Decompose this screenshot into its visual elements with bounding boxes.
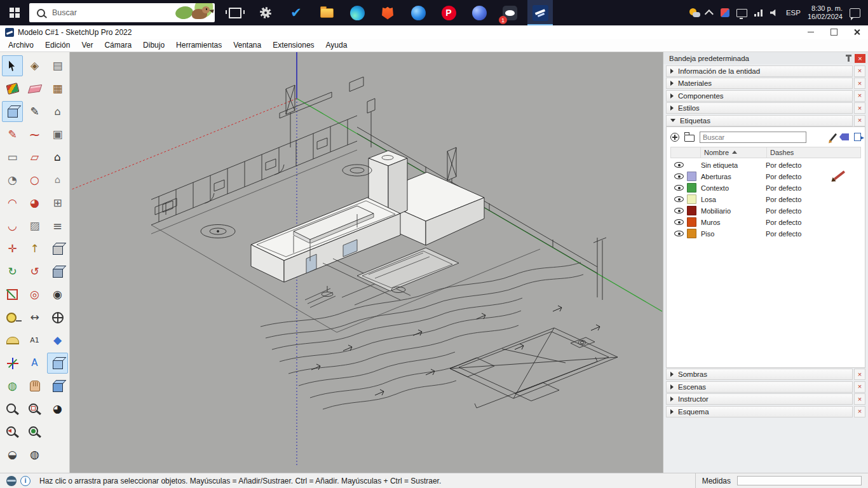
polygon-tool[interactable]: ○: [24, 170, 45, 191]
tray-app-icon[interactable]: [721, 8, 729, 17]
line-tool[interactable]: ✎: [24, 101, 45, 122]
edit-pencil-icon[interactable]: [830, 133, 837, 141]
gem-tool[interactable]: ◆: [47, 330, 68, 351]
visibility-eye-icon[interactable]: [674, 185, 684, 191]
visibility-eye-icon[interactable]: [674, 231, 684, 236]
scale-tool[interactable]: [2, 284, 23, 305]
tag-row-losa[interactable]: LosaPor defecto: [670, 194, 861, 205]
pin-icon[interactable]: [848, 55, 850, 62]
close-etiquetas-button[interactable]: [854, 115, 865, 126]
details-icon[interactable]: [854, 133, 861, 141]
close-escenas-button[interactable]: [854, 381, 865, 393]
arc-tool[interactable]: ◠: [2, 193, 23, 214]
tag-dashes[interactable]: Por defecto: [766, 230, 861, 238]
section-instructor[interactable]: Instructor: [666, 393, 853, 405]
info-icon[interactable]: [20, 476, 31, 486]
tag-color-swatch[interactable]: [687, 172, 696, 181]
hatch-tool[interactable]: ▨: [24, 215, 45, 236]
tag-dashes[interactable]: Por defecto: [766, 207, 861, 215]
tag-dashes[interactable]: Por defecto: [766, 173, 861, 180]
home-tool[interactable]: ⌂: [47, 101, 68, 122]
select-tool[interactable]: [2, 55, 23, 76]
column-nombre[interactable]: Nombre: [700, 147, 766, 158]
network-icon[interactable]: [754, 10, 763, 17]
visibility-eye-icon[interactable]: [674, 173, 684, 179]
menu-dibujo[interactable]: Dibujo: [137, 41, 170, 50]
zoom-previous-tool[interactable]: [2, 421, 23, 442]
close-button[interactable]: [845, 25, 868, 39]
add-tag-button[interactable]: [670, 133, 679, 142]
close-estilos-button[interactable]: [854, 102, 865, 114]
layers-stack-tool[interactable]: ≡: [47, 215, 68, 236]
blue-cube-2-tool[interactable]: [47, 376, 68, 396]
push-pull-tool[interactable]: ↑: [24, 238, 45, 259]
tag-row-mobiliario[interactable]: MobiliarioPor defecto: [670, 205, 861, 217]
crate-tool[interactable]: ▦: [47, 78, 68, 99]
dimension-tool[interactable]: ↔: [24, 307, 45, 328]
section-escenas[interactable]: Escenas: [666, 381, 853, 393]
push-pull-box-tool[interactable]: [2, 101, 23, 122]
minimize-button[interactable]: [799, 25, 822, 39]
tag-color-swatch[interactable]: [687, 229, 696, 238]
clock[interactable]: 8:30 p. m. 16/02/2024: [808, 4, 843, 21]
move-tool[interactable]: ✛: [2, 238, 23, 259]
pan-tool[interactable]: [24, 376, 45, 396]
pencil-tool[interactable]: ✎: [2, 124, 23, 145]
pie-tool[interactable]: ◕: [24, 193, 45, 214]
pinterest-taskbar-button[interactable]: P: [436, 0, 461, 25]
section-etiquetas[interactable]: Etiquetas: [666, 115, 853, 126]
tape-measure-tool[interactable]: [2, 307, 23, 328]
maximize-button[interactable]: [822, 25, 845, 39]
globe-tool-tool[interactable]: ◉: [47, 284, 68, 305]
tag-dashes[interactable]: Por defecto: [766, 161, 861, 169]
look-around-tool[interactable]: ◍: [24, 444, 45, 465]
sketchup-taskbar-button[interactable]: [527, 0, 553, 25]
tag-color-swatch[interactable]: [687, 183, 696, 193]
discord-taskbar-button[interactable]: 1: [497, 0, 522, 25]
steel-box-tool[interactable]: [47, 261, 68, 282]
section-sombras[interactable]: Sombras: [666, 369, 853, 380]
freehand-tool[interactable]: ~: [24, 124, 45, 145]
add-tag-folder-button[interactable]: [684, 135, 695, 142]
section-estilos[interactable]: Estilos: [666, 102, 853, 114]
tag-icon[interactable]: [839, 133, 849, 140]
taskbar-search[interactable]: [29, 3, 215, 22]
file-explorer-taskbar-button[interactable]: [314, 0, 339, 25]
tags-search-input[interactable]: [700, 132, 806, 143]
visibility-eye-icon[interactable]: [674, 162, 684, 168]
shed-tool[interactable]: ⌂: [47, 170, 68, 191]
close-esquema-button[interactable]: [854, 406, 865, 417]
cabinet-tool[interactable]: ▤: [47, 55, 68, 76]
rectangle-tool[interactable]: ▭: [2, 147, 23, 168]
tag-row-sin-etiqueta[interactable]: Sin etiquetaPor defecto: [670, 159, 861, 171]
tag-color-swatch[interactable]: [687, 206, 696, 215]
hidden-icons-chevron[interactable]: [705, 10, 714, 18]
zoom-tool[interactable]: [2, 398, 23, 419]
3d-text-tool[interactable]: A: [24, 353, 45, 374]
components-tool[interactable]: ⊞: [47, 193, 68, 214]
house-outline-tool[interactable]: ⌂: [47, 147, 68, 168]
settings-taskbar-button[interactable]: [253, 0, 278, 25]
tray-close-button[interactable]: [855, 54, 865, 63]
orbit-tool[interactable]: ◍: [2, 376, 23, 396]
rotated-rectangle-tool[interactable]: ▱: [24, 147, 45, 168]
section-informacion-de-la-entidad[interactable]: Información de la entidad: [666, 65, 853, 77]
close-instructor-button[interactable]: [854, 393, 865, 405]
follow-me-tool[interactable]: ↺: [24, 261, 45, 282]
section-esquema[interactable]: Esquema: [666, 406, 853, 417]
menu-ayuda[interactable]: Ayuda: [320, 41, 353, 50]
menu-edicion[interactable]: Edición: [39, 41, 76, 50]
eraser-tool[interactable]: [24, 78, 45, 99]
weather-icon[interactable]: [689, 8, 700, 17]
text-tool[interactable]: A1: [24, 330, 45, 351]
menu-extensiones[interactable]: Extensiones: [267, 41, 320, 50]
tag-row-piso[interactable]: PisoPor defecto: [670, 228, 861, 240]
offset-tool[interactable]: ◎: [24, 284, 45, 305]
menu-ver[interactable]: Ver: [76, 41, 98, 50]
section-materiales[interactable]: Materiales: [666, 78, 853, 89]
rotate-tool[interactable]: ↻: [2, 261, 23, 282]
display-icon[interactable]: [736, 9, 747, 17]
volume-icon[interactable]: [770, 10, 779, 17]
visibility-eye-icon[interactable]: [674, 196, 684, 202]
close-materiales-button[interactable]: [854, 78, 865, 89]
